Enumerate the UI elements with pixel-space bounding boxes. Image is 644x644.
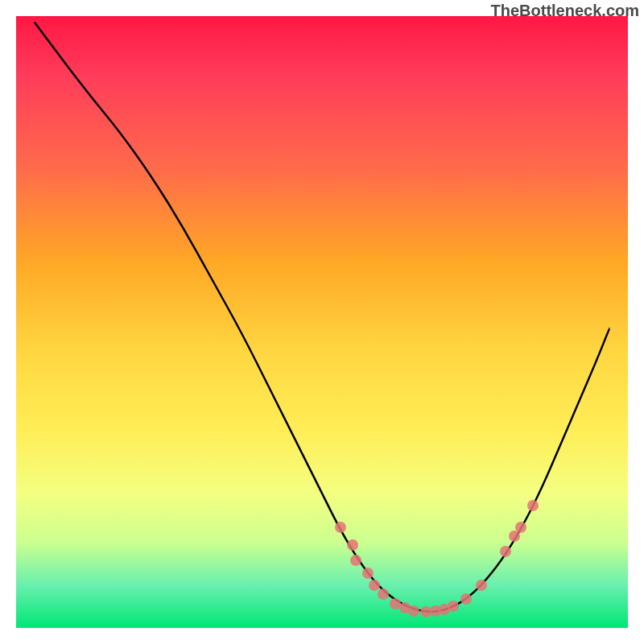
scatter-dot — [448, 601, 459, 612]
chart-container: TheBottleneck.com — [0, 0, 644, 644]
scatter-dot — [362, 568, 374, 579]
scatter-dot — [369, 580, 380, 591]
scatter-dot — [515, 522, 526, 533]
scatter-dot — [408, 605, 419, 617]
bottleneck-curve — [16, 16, 628, 628]
scatter-dot — [500, 546, 511, 557]
watermark-text: TheBottleneck.com — [491, 2, 639, 20]
scatter-dot — [476, 580, 487, 591]
scatter-dot — [527, 500, 539, 511]
scatter-dot — [378, 588, 389, 600]
scatter-dot — [347, 539, 358, 551]
plot-area — [16, 16, 628, 628]
scatter-dot — [350, 555, 361, 566]
scatter-dot — [335, 522, 346, 533]
scatter-dot — [460, 593, 472, 605]
